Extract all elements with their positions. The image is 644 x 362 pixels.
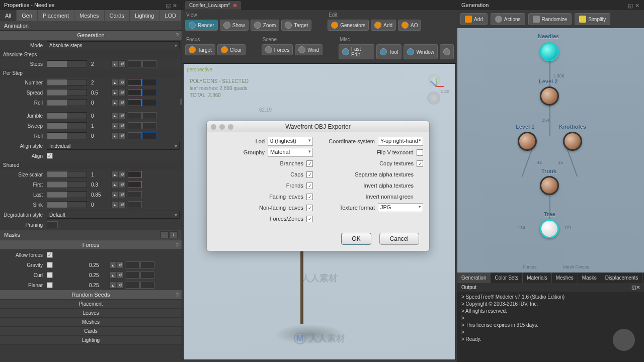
generators-button[interactable]: Generators bbox=[328, 20, 369, 31]
btab-colorsets[interactable]: Color Sets bbox=[491, 273, 523, 283]
fastedit-button[interactable]: Fast Edit bbox=[339, 44, 374, 59]
steps-slider[interactable] bbox=[47, 60, 87, 67]
wind-button[interactable]: Wind bbox=[295, 44, 323, 55]
curve-swatch[interactable] bbox=[128, 60, 142, 67]
close-file-icon[interactable]: ⊗ bbox=[233, 3, 237, 8]
camera-gizmo-icon[interactable] bbox=[427, 92, 440, 105]
seed-lighting[interactable]: Lighting bbox=[0, 336, 182, 345]
focus-target-button[interactable]: Target bbox=[185, 44, 215, 55]
groupby-select[interactable]: Material bbox=[268, 148, 313, 157]
fronds-checkbox[interactable]: ✓ bbox=[306, 183, 313, 189]
gen-actions-button[interactable]: Actions bbox=[491, 13, 525, 25]
spin-up-icon[interactable]: ▴ bbox=[111, 60, 118, 67]
node-level1[interactable] bbox=[518, 132, 537, 151]
forceszones-checkbox[interactable]: ✓ bbox=[306, 216, 313, 222]
target-icon bbox=[285, 22, 292, 29]
texfmt-select[interactable]: JPG bbox=[378, 203, 423, 212]
pruning-swatch[interactable] bbox=[47, 221, 58, 228]
zoom-button[interactable]: Zoom bbox=[251, 20, 280, 31]
close-icon[interactable]: ✕ bbox=[173, 3, 178, 8]
seed-meshes[interactable]: Meshes bbox=[0, 318, 182, 327]
help-icon[interactable]: ? bbox=[176, 292, 179, 298]
branches-checkbox[interactable]: ✓ bbox=[306, 160, 313, 167]
tool-button[interactable]: Tool bbox=[376, 44, 401, 59]
facing-checkbox[interactable]: ✓ bbox=[306, 194, 313, 200]
target-button[interactable]: Target bbox=[281, 20, 311, 31]
detach-icon[interactable]: ◱ bbox=[628, 3, 633, 8]
degradation-select[interactable]: Default bbox=[47, 211, 180, 219]
clear-icon bbox=[221, 46, 228, 53]
ao-icon bbox=[401, 22, 409, 29]
reset-icon[interactable]: ↺ bbox=[119, 60, 126, 67]
mode-label: Mode bbox=[2, 43, 45, 48]
seed-leaves[interactable]: Leaves bbox=[0, 309, 182, 318]
close-icon[interactable]: ✕ bbox=[635, 3, 640, 8]
detach-icon[interactable]: ◱ bbox=[631, 285, 636, 290]
gen-randomize-button[interactable]: Randomize bbox=[528, 13, 572, 25]
file-tab[interactable]: Conifer_Low.spm*⊗ bbox=[185, 1, 241, 10]
seed-placement[interactable]: Placement bbox=[0, 300, 182, 309]
btab-masks[interactable]: Masks bbox=[578, 273, 601, 283]
flipv-checkbox[interactable] bbox=[417, 149, 423, 156]
node-needles[interactable] bbox=[540, 42, 559, 61]
ao-button[interactable]: AO bbox=[398, 20, 421, 31]
btab-meshes[interactable]: Meshes bbox=[552, 273, 578, 283]
node-tree[interactable] bbox=[540, 219, 559, 238]
clear-button[interactable]: Clear bbox=[217, 44, 246, 55]
remove-mask-button[interactable]: − bbox=[160, 231, 169, 238]
tab-meshes[interactable]: Meshes bbox=[74, 10, 105, 21]
play-overlay-icon[interactable]: ▷ bbox=[613, 329, 635, 351]
show-button[interactable]: Show bbox=[220, 20, 249, 31]
randomize-icon bbox=[533, 16, 540, 23]
gen-add-button[interactable]: Add bbox=[460, 13, 488, 25]
allowforces-checkbox[interactable]: ✓ bbox=[47, 252, 53, 258]
help-icon[interactable]: ? bbox=[176, 32, 179, 38]
render-button[interactable]: Render bbox=[185, 20, 218, 31]
btab-displacements[interactable]: Displacements bbox=[601, 273, 643, 283]
tab-gen[interactable]: Gen bbox=[17, 10, 38, 21]
forces-button[interactable]: Forces bbox=[262, 44, 293, 55]
add-mask-button[interactable]: + bbox=[170, 231, 178, 238]
properties-title: Properties - Needles bbox=[4, 2, 54, 8]
nonfacing-checkbox[interactable]: ✓ bbox=[306, 205, 313, 211]
animation-bar[interactable]: Animation bbox=[0, 21, 182, 31]
btab-generation[interactable]: Generation bbox=[457, 273, 491, 283]
btab-materials[interactable]: Materials bbox=[523, 273, 552, 283]
tab-lighting[interactable]: Lighting bbox=[130, 10, 160, 21]
back-button[interactable] bbox=[440, 44, 454, 59]
node-label: Needles bbox=[538, 33, 559, 39]
align-checkbox[interactable]: ✓ bbox=[47, 153, 53, 159]
tab-cards[interactable]: Cards bbox=[105, 10, 130, 21]
cancel-button[interactable]: Cancel bbox=[379, 233, 419, 245]
help-icon[interactable]: ? bbox=[176, 242, 179, 248]
add-button[interactable]: Add bbox=[371, 20, 396, 31]
dialog-titlebar[interactable]: Wavefront OBJ Exporter bbox=[207, 121, 429, 132]
node-trunk[interactable] bbox=[540, 176, 559, 195]
gen-simplify-button[interactable]: Simplify bbox=[575, 13, 610, 25]
tab-all[interactable]: All bbox=[0, 10, 17, 21]
window-button[interactable]: Window bbox=[404, 44, 438, 59]
properties-tabs: All Gen Placement Meshes Cards Lighting … bbox=[0, 10, 182, 21]
coord-select[interactable]: Y-up right-hand bbox=[378, 137, 423, 146]
generator-graph[interactable]: Needles 1,306 Level 2 354 Level 1 Knotho… bbox=[457, 28, 644, 273]
mode-select[interactable]: Absolute steps bbox=[47, 41, 180, 49]
light-gizmo-icon[interactable] bbox=[428, 74, 440, 86]
forces-section: Forces? bbox=[0, 240, 182, 250]
tab-lod[interactable]: LOD bbox=[159, 10, 182, 21]
actions-icon bbox=[495, 16, 502, 23]
lod-select[interactable]: 0 (highest) bbox=[268, 137, 313, 146]
copytex-checkbox[interactable]: ✓ bbox=[417, 160, 423, 167]
caps-checkbox[interactable]: ✓ bbox=[306, 171, 313, 178]
node-level2[interactable] bbox=[540, 86, 559, 106]
output-log[interactable]: > SpeedTree® Modeler v7.1.6 (Studio Edit… bbox=[457, 292, 644, 362]
tab-placement[interactable]: Placement bbox=[38, 10, 74, 21]
output-header: Output◱✕ bbox=[457, 283, 644, 292]
detach-icon[interactable]: ◱ bbox=[166, 3, 171, 8]
close-icon[interactable]: ✕ bbox=[636, 285, 640, 290]
ok-button[interactable]: OK bbox=[341, 233, 371, 245]
random-seeds-section: Random Seeds? bbox=[0, 290, 182, 300]
alignstyle-select[interactable]: Inidvidual bbox=[47, 142, 180, 150]
seed-cards[interactable]: Cards bbox=[0, 327, 182, 336]
generators-icon bbox=[331, 22, 338, 29]
node-knotholes[interactable] bbox=[563, 132, 582, 151]
